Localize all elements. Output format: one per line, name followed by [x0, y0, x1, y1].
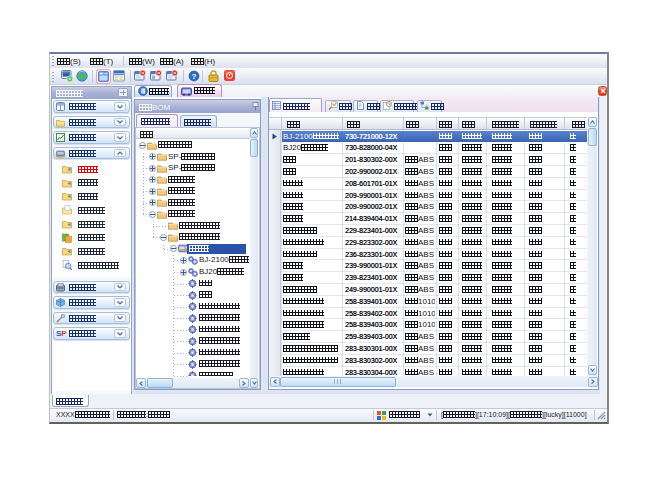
svg-text:?: ? — [192, 72, 197, 81]
